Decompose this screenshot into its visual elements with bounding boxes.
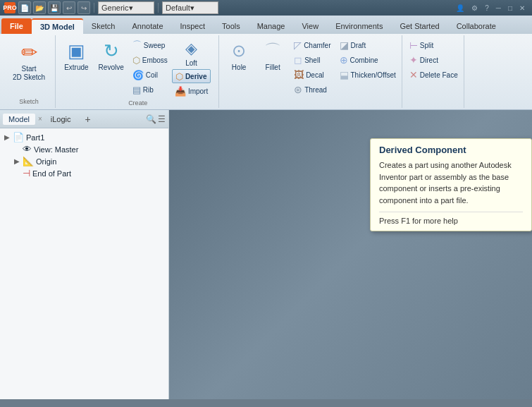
emboss-btn[interactable]: ⬡ Emboss [130, 53, 171, 67]
minimize-btn[interactable]: ─ [493, 4, 504, 12]
loft-btn[interactable]: ◈ Loft [172, 37, 211, 68]
modify-group: ⊙ Hole ⌒ Fillet ◸ Chamfer ◻ Shell 🖼 Deca… [221, 35, 402, 108]
open-btn[interactable]: 📂 [33, 1, 46, 14]
view-icon: 👁 [23, 144, 32, 154]
ribbon-tabs: File 3D Model Sketch Annotate Inspect To… [0, 16, 532, 34]
surface-group: ⊢ Split ✦ Direct ✕ Delete Face [404, 35, 464, 108]
close-btn[interactable]: ✕ [516, 4, 528, 12]
tree-item-view-master[interactable]: 👁 View: Master [3, 143, 166, 155]
extrude-btn[interactable]: ▣ Extrude [60, 37, 92, 86]
tooltip-help: Press F1 for more help [379, 212, 523, 225]
combine-btn[interactable]: ⊕ Combine [337, 53, 399, 67]
expand-icon: ▶ [4, 133, 11, 141]
tree-area: ▶ 📄 Part1 👁 View: Master ▶ 📐 Origin ⊣ En… [0, 128, 168, 399]
search-icon[interactable]: 🔍 [146, 114, 156, 124]
sidebar-header: Model × iLogic + 🔍 ☰ [0, 110, 168, 128]
shell-btn[interactable]: ◻ Shell [291, 53, 333, 67]
settings-icon[interactable]: ⚙ [469, 4, 481, 12]
tab-environments[interactable]: Environments [327, 18, 391, 34]
derive-btn[interactable]: ⬡ Derive [172, 69, 211, 83]
split-btn[interactable]: ⊢ Split [407, 38, 461, 52]
hole-btn[interactable]: ⊙ Hole [223, 37, 254, 86]
new-btn[interactable]: 📄 [18, 1, 31, 14]
create-group: ▣ Extrude ↻ Revolve ⌒ Sweep ⬡ Emboss 🌀 [57, 35, 219, 108]
end-of-part-icon: ⊣ [23, 168, 30, 178]
ribbon: ✏ Start2D Sketch Sketch ▣ Extrude ↻ Revo… [0, 34, 532, 110]
help-icon[interactable]: ? [482, 4, 492, 12]
tab-view[interactable]: View [293, 18, 327, 34]
revolve-btn[interactable]: ↻ Revolve [94, 37, 128, 86]
quick-access-toolbar: 📄 📂 💾 ↩ ↪ Generic ▾ Default ▾ [18, 1, 218, 14]
user-icon[interactable]: 👤 [453, 4, 467, 12]
create-group-label: Create [60, 98, 216, 107]
fillet-btn[interactable]: ⌒ Fillet [257, 37, 288, 86]
delete-face-btn[interactable]: ✕ Delete Face [407, 68, 461, 82]
tooltip-title: Derived Component [379, 145, 523, 155]
direct-btn[interactable]: ✦ Direct [407, 53, 461, 67]
sep2 [158, 3, 159, 13]
app-icon: PRO [4, 2, 16, 13]
sidebar-tab-model[interactable]: Model [3, 114, 35, 125]
derive-tooltip: Derived Component Creates a part using a… [370, 138, 532, 231]
rib-btn[interactable]: ▤ Rib [130, 83, 171, 97]
coil-btn[interactable]: 🌀 Coil [130, 68, 171, 82]
sweep-btn[interactable]: ⌒ Sweep [130, 38, 171, 52]
maximize-btn[interactable]: □ [505, 4, 515, 12]
sketch-group: ✏ Start2D Sketch Sketch [3, 35, 56, 108]
tab-sketch[interactable]: Sketch [83, 18, 124, 34]
tab-inspect[interactable]: Inspect [172, 18, 214, 34]
generic-dropdown[interactable]: Generic ▾ [98, 1, 154, 14]
part-icon: 📄 [13, 132, 24, 142]
draft-btn[interactable]: ◪ Draft [337, 38, 399, 52]
modify-group-label [223, 105, 399, 107]
tab-manage[interactable]: Manage [249, 18, 294, 34]
title-bar-right: 👤 ⚙ ? ─ □ ✕ [453, 4, 528, 12]
thread-btn[interactable]: ⊛ Thread [291, 83, 333, 97]
title-bar: PRO 📄 📂 💾 ↩ ↪ Generic ▾ Default ▾ 👤 ⚙ ? … [0, 0, 532, 16]
tab-collaborate[interactable]: Collaborate [448, 18, 505, 34]
chamfer-btn[interactable]: ◸ Chamfer [291, 38, 333, 52]
tab-annotate[interactable]: Annotate [124, 18, 172, 34]
sketch-group-label: Sketch [19, 97, 39, 105]
main-area: Model × iLogic + 🔍 ☰ ▶ 📄 Part1 👁 View: M… [0, 110, 532, 399]
save-btn[interactable]: 💾 [48, 1, 61, 14]
sidebar-search: 🔍 ☰ [146, 114, 166, 124]
origin-icon: 📐 [23, 156, 34, 166]
sep1 [94, 3, 94, 13]
canvas-area: Derived Component Creates a part using a… [169, 110, 532, 399]
tab-file[interactable]: File [1, 18, 32, 34]
menu-icon[interactable]: ☰ [158, 114, 166, 124]
undo-btn[interactable]: ↩ [63, 1, 75, 14]
tab-3d-model[interactable]: 3D Model [32, 18, 83, 34]
tree-item-end-of-part[interactable]: ⊣ End of Part [3, 167, 166, 179]
redo-btn[interactable]: ↪ [78, 1, 90, 14]
tab-tools[interactable]: Tools [214, 18, 249, 34]
sidebar-tab-ilogic[interactable]: iLogic [45, 114, 77, 125]
decal-btn[interactable]: 🖼 Decal [291, 68, 333, 82]
expand-origin-icon: ▶ [14, 157, 21, 165]
import-btn[interactable]: 📥 Import [172, 84, 211, 98]
default-dropdown[interactable]: Default ▾ [162, 1, 218, 14]
surface-group-label [407, 105, 461, 107]
tab-get-started[interactable]: Get Started [391, 18, 447, 34]
tooltip-body: Creates a part using another Autodesk In… [379, 159, 523, 206]
tree-item-origin[interactable]: ▶ 📐 Origin [3, 155, 166, 167]
sidebar-tab-close[interactable]: × [38, 115, 42, 123]
sidebar: Model × iLogic + 🔍 ☰ ▶ 📄 Part1 👁 View: M… [0, 110, 169, 399]
tree-item-part1[interactable]: ▶ 📄 Part1 [3, 131, 166, 143]
sidebar-tab-add[interactable]: + [80, 112, 97, 126]
thicken-btn[interactable]: ⬓ Thicken/Offset [337, 68, 399, 82]
start-sketch-btn[interactable]: ✏ Start2D Sketch [8, 38, 49, 87]
